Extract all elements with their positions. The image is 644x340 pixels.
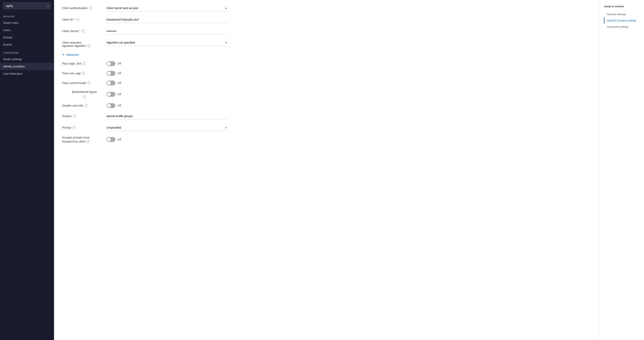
accepts-prompt-toggle[interactable] [106,137,115,142]
pass-login-hint-control: Off [106,61,121,66]
pass-current-locale-slider [106,81,115,85]
client-secret-label: Client Secret * ? [62,28,106,33]
client-authentication-select-wrapper: Client secret sent as post [106,5,228,12]
client-secret-input[interactable] [106,28,228,35]
accepts-prompt-help-icon[interactable]: ? [86,140,90,143]
pass-login-hint-row: Pass login_hint ? Off [62,61,228,66]
realm-select[interactable]: agility [3,3,51,9]
backchannel-logout-row: Backchannel logout ? Off [62,90,228,98]
backchannel-logout-toggle[interactable] [106,92,115,97]
scopes-help-icon[interactable]: ? [73,114,76,118]
pass-current-locale-label: Pass current locale ? [62,81,106,85]
jump-advanced-settings[interactable]: Advanced settings [604,24,640,30]
client-assertion-control: Algorithm not specified [106,39,228,46]
jump-to-section-title: Jump to section [604,5,640,8]
backchannel-logout-off-label: Off [117,93,121,96]
scopes-control [106,113,228,119]
pass-login-hint-toggle[interactable] [106,61,115,66]
form-area: Client authentication ? Client secret se… [54,0,236,153]
client-assertion-row: Client assertion signature algorithm ? A… [62,39,228,48]
jump-openid-connect-settings[interactable]: OpenID Connect settings [604,17,640,24]
client-authentication-row: Client authentication ? Client secret se… [62,5,228,12]
pass-max-age-control: Off [106,71,121,76]
client-authentication-label: Client authentication ? [62,5,106,10]
pass-current-locale-help-icon[interactable]: ? [87,81,90,85]
disable-user-info-slider [106,103,115,108]
client-secret-control [106,28,228,35]
pass-max-age-label: Pass max_age ? [62,72,106,75]
pass-login-hint-label: Pass login_hint ? [62,62,106,65]
client-secret-help-icon[interactable]: ? [82,30,85,33]
disable-user-info-row: Disable user info ? Off [62,103,228,108]
client-secret-required: * [79,30,80,33]
disable-user-info-label: Disable user info ? [62,104,106,107]
pass-current-locale-off-label: Off [117,81,121,85]
sidebar-item-groups[interactable]: Groups [0,34,54,41]
scopes-input[interactable] [106,113,228,119]
sidebar-item-identity-providers[interactable]: Identity providers [0,63,54,70]
client-authentication-help-icon[interactable]: ? [89,7,92,10]
accepts-prompt-label: Accepts prompt=none forward from client … [62,136,106,143]
jump-general-settings[interactable]: General settings [604,11,640,17]
pass-max-age-off-label: Off [117,72,121,75]
sidebar-item-users[interactable]: Users [0,27,54,34]
client-id-label: Client ID * ? [62,16,106,21]
client-id-help-icon[interactable]: ? [76,18,79,21]
prompt-select-wrapper: Unspecified [106,124,228,131]
disable-user-info-help-icon[interactable]: ? [84,104,88,107]
pass-login-hint-off-label: Off [117,62,121,65]
pass-max-age-help-icon[interactable]: ? [82,72,85,75]
sidebar: agility Manage Realm roles Users Groups … [0,0,54,340]
pass-login-hint-slider [106,61,115,66]
pass-current-locale-row: Pass current locale ? Off [62,81,228,85]
disable-user-info-control: Off [106,103,121,108]
sidebar-item-events[interactable]: Events [0,41,54,48]
client-assertion-help-icon[interactable]: ? [87,44,90,48]
disable-user-info-toggle[interactable] [106,103,115,108]
pass-current-locale-toggle[interactable] [106,81,115,85]
client-id-control [106,16,228,23]
accepts-prompt-control: Off [106,137,121,142]
accepts-prompt-row: Accepts prompt=none forward from client … [62,136,228,143]
pass-login-hint-help-icon[interactable]: ? [82,62,86,65]
prompt-control: Unspecified [106,124,228,131]
backchannel-logout-help-icon[interactable]: ? [83,95,86,98]
main-content: Client authentication ? Client secret se… [54,0,600,340]
sidebar-item-realm-settings[interactable]: Realm settings [0,56,54,63]
pass-max-age-slider [106,71,115,76]
realm-selector[interactable]: agility [3,3,51,9]
pass-max-age-row: Pass max_age ? Off [62,71,228,76]
client-authentication-select[interactable]: Client secret sent as post [106,5,228,12]
client-authentication-control: Client secret sent as post [106,5,228,12]
manage-section-label: Manage [0,12,54,19]
client-id-input[interactable] [106,16,228,23]
client-assertion-select[interactable]: Algorithm not specified [106,39,228,46]
prompt-select[interactable]: Unspecified [106,124,228,131]
prompt-row: Prompt ? Unspecified [62,124,228,131]
advanced-toggle-button[interactable]: ▼ Advanced [62,52,79,57]
prompt-help-icon[interactable]: ? [72,126,76,129]
backchannel-logout-slider [106,92,115,97]
configure-section-label: Configure [0,48,54,56]
scopes-row: Scopes ? [62,113,228,119]
advanced-chevron-icon: ▼ [62,53,64,56]
disable-user-info-off-label: Off [117,104,121,107]
backchannel-logout-label: Backchannel logout ? [62,90,106,98]
right-panel: Jump to section General settings OpenID … [600,0,644,340]
backchannel-logout-control: Off [106,92,121,97]
pass-current-locale-control: Off [106,81,121,85]
sidebar-header: agility [0,0,54,12]
accepts-prompt-slider [106,137,115,142]
scopes-label: Scopes ? [62,113,106,118]
accepts-prompt-off-label: Off [117,138,121,141]
sidebar-item-realm-roles[interactable]: Realm roles [0,19,54,27]
client-id-row: Client ID * ? [62,16,228,23]
client-id-required: * [74,18,75,21]
client-assertion-label: Client assertion signature algorithm ? [62,39,106,48]
client-assertion-select-wrapper: Algorithm not specified [106,39,228,46]
sidebar-item-user-federation[interactable]: User federation [0,70,54,77]
client-secret-row: Client Secret * ? [62,28,228,35]
prompt-label: Prompt ? [62,124,106,129]
pass-max-age-toggle[interactable] [106,71,115,76]
